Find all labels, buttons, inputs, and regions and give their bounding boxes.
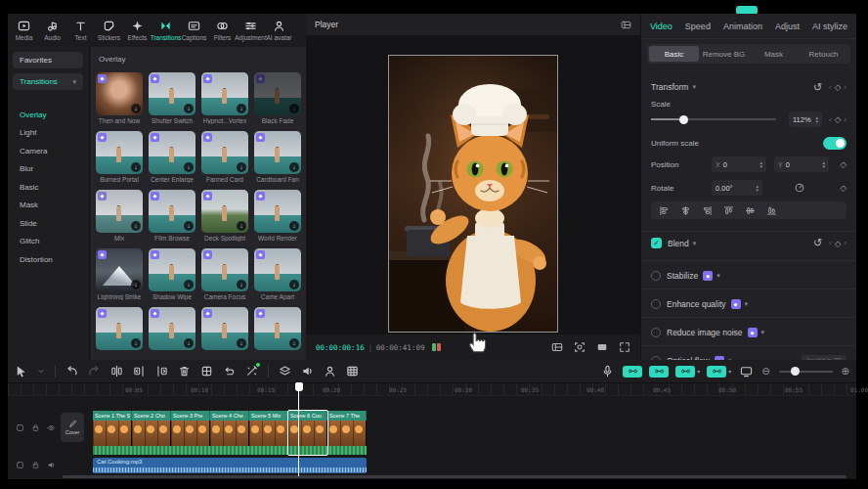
chevron-down-icon[interactable]: ▾	[716, 272, 720, 280]
download-badge-icon[interactable]: ↓	[184, 221, 194, 231]
timeline-zoom-slider[interactable]	[779, 371, 833, 373]
speaker-icon[interactable]	[47, 461, 56, 469]
transition-card[interactable]: ◆ ↓ Then and Now	[96, 72, 143, 125]
sidebar-category-item[interactable]: Blur	[8, 160, 89, 179]
download-badge-icon[interactable]: ↓	[131, 162, 141, 172]
download-badge-icon[interactable]: ↓	[131, 104, 141, 113]
lock-icon[interactable]	[31, 461, 40, 469]
download-badge-icon[interactable]: ↓	[184, 280, 194, 289]
position-y-stepper[interactable]: ▴▾	[822, 160, 825, 169]
timeline-clip[interactable]: Scene 2 Cho	[132, 411, 171, 455]
zoom-out-icon[interactable]: ⊖	[761, 367, 769, 377]
topbar-item[interactable]: Transitions	[152, 20, 180, 41]
topbar-item[interactable]: AI avatar	[265, 20, 293, 41]
inspector-section-row[interactable]: Enhance quality ◆ ▾	[641, 289, 856, 318]
mic-icon[interactable]	[601, 365, 614, 378]
sidebar-category-item[interactable]: Light	[8, 124, 89, 143]
section-checkbox[interactable]	[651, 271, 661, 281]
align-b-icon[interactable]	[766, 205, 777, 216]
chevron-down-icon[interactable]: ▾	[761, 329, 765, 336]
download-badge-icon[interactable]: ↓	[289, 221, 299, 231]
download-badge-icon[interactable]: ↓	[237, 338, 246, 348]
rotate-stepper[interactable]: ▴▾	[756, 184, 759, 193]
sidebar-category-item[interactable]: Glitch	[8, 233, 89, 251]
snap-toggle[interactable]	[623, 366, 642, 378]
section-checkbox[interactable]	[651, 328, 661, 337]
rotate-dial-icon[interactable]	[794, 182, 805, 194]
download-badge-icon[interactable]: ↓	[289, 338, 299, 348]
inspector-subtab[interactable]: Retouch	[799, 46, 848, 62]
inspector-tab[interactable]: Animation	[723, 22, 762, 31]
keyframe-prev-icon[interactable]: ‹	[829, 115, 832, 124]
box-icon[interactable]	[16, 423, 24, 432]
timeline-scrollbar[interactable]	[63, 475, 846, 478]
keyframe-next-icon[interactable]: ›	[844, 239, 846, 247]
undo-icon[interactable]	[65, 365, 78, 378]
player-panel-menu-icon[interactable]	[621, 20, 631, 30]
avatar-icon[interactable]	[324, 365, 336, 378]
trim-l-icon[interactable]	[133, 365, 146, 378]
sidebar-category-item[interactable]: Mask	[8, 197, 89, 215]
zoom-slider-handle[interactable]	[791, 367, 800, 376]
sidebar-category-item[interactable]: Slide	[8, 214, 89, 233]
scale-slider[interactable]	[651, 118, 776, 120]
timeline-clip[interactable]: Scene 6 Cou	[288, 411, 327, 455]
download-badge-icon[interactable]: ↓	[131, 280, 141, 289]
trim-r-icon[interactable]	[155, 365, 168, 378]
scale-slider-handle[interactable]	[679, 115, 688, 124]
transition-card[interactable]: ◆ ↓ Camera Focus	[201, 248, 248, 301]
align-ch-icon[interactable]	[680, 205, 691, 216]
caret-down-icon[interactable]	[37, 365, 45, 378]
transition-card[interactable]: ◆ ↓	[201, 307, 248, 360]
box-icon[interactable]	[16, 461, 24, 469]
download-badge-icon[interactable]: ↓	[237, 104, 246, 113]
redo-icon[interactable]	[88, 365, 101, 378]
keyframe-diamond-icon[interactable]: ◇	[835, 82, 842, 92]
keyframe-diamond-icon[interactable]: ◇	[835, 239, 842, 248]
zoom-in-icon[interactable]: ⊕	[842, 367, 849, 377]
keyframe-next-icon[interactable]: ›	[844, 115, 846, 124]
favorites-button[interactable]: Favorites	[13, 52, 83, 68]
freeze-icon[interactable]	[200, 365, 213, 378]
keyframe-diamond-icon[interactable]: ◇	[840, 159, 846, 169]
category-dropdown[interactable]: Transitions ▾	[13, 73, 83, 90]
topbar-item[interactable]: Audio	[38, 20, 66, 41]
inspector-tab[interactable]: Adjust	[775, 22, 800, 31]
transition-card[interactable]: ◆ ↓ Came Apart	[254, 248, 301, 301]
cursor-icon[interactable]	[15, 365, 27, 378]
download-badge-icon[interactable]: ↓	[237, 221, 246, 231]
download-badge-icon[interactable]: ↓	[131, 221, 141, 231]
sidebar-category-item[interactable]: Basic	[8, 178, 89, 197]
inspector-tab[interactable]: Video	[650, 22, 673, 31]
transition-card[interactable]: ◆ ↓ Lightning Strike	[96, 248, 143, 301]
position-x-stepper[interactable]: ▴▾	[760, 160, 762, 169]
transition-card[interactable]: ◆ ↓ Cardboard Fan	[254, 131, 301, 184]
timeline-clip[interactable]: Scene 4 Che	[210, 411, 249, 455]
snap-toggle[interactable]	[649, 366, 669, 378]
topbar-item[interactable]: Filters	[208, 20, 237, 41]
scale-value-box[interactable]: 112% ▴▾	[789, 111, 822, 127]
split-icon[interactable]	[110, 365, 123, 378]
topbar-item[interactable]: Text	[66, 20, 95, 41]
inspector-subtab[interactable]: Remove BG	[699, 46, 749, 62]
sidebar-category-item[interactable]: Overlay	[8, 106, 89, 124]
focus-icon[interactable]	[574, 341, 586, 353]
inspector-section-row[interactable]: Reduce image noise ◆ ▾	[641, 317, 856, 346]
download-badge-icon[interactable]: ↓	[184, 338, 194, 348]
transition-card[interactable]: ◆ ↓	[254, 307, 301, 360]
inspector-section-row[interactable]: Stabilize ◆ ▾	[641, 260, 856, 289]
grid-icon[interactable]	[346, 365, 359, 378]
delete-icon[interactable]	[178, 365, 191, 378]
inspector-tab[interactable]: AI stylize	[812, 22, 847, 31]
transition-card[interactable]: ◆ ↓	[149, 307, 195, 360]
keyframe-next-icon[interactable]: ›	[844, 83, 846, 92]
timeline-clip[interactable]: Scene 7 The	[327, 411, 367, 455]
download-badge-icon[interactable]: ↓	[184, 162, 194, 172]
chevron-down-icon[interactable]: ▾	[693, 240, 697, 247]
transition-card[interactable]: ◆ ↓ Black Fade	[254, 72, 301, 125]
inspector-tab[interactable]: Speed	[685, 22, 711, 31]
timeline-clip[interactable]: Scene 1 The S	[93, 411, 132, 455]
playhead[interactable]	[298, 383, 299, 476]
keyframe-prev-icon[interactable]: ‹	[829, 83, 832, 92]
fillrect-icon[interactable]	[596, 341, 608, 353]
